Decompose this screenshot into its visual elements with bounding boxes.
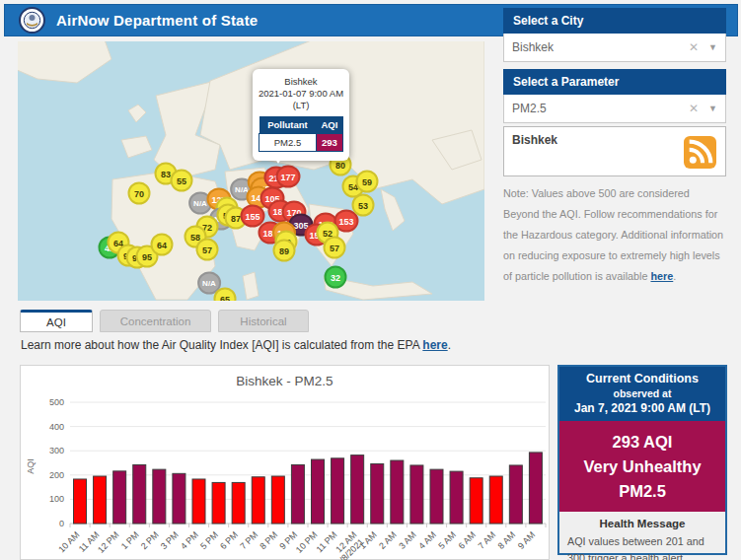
map-popup: Bishkek 2021-01-07 9:00 AM (LT) Pollutan…	[253, 69, 349, 161]
rss-icon[interactable]	[684, 136, 716, 169]
select-city-panel: Select a City Bishkek ✕ ▼	[503, 8, 726, 62]
select-city-header: Select a City	[503, 8, 726, 34]
svg-text:2 PM: 2 PM	[139, 529, 161, 551]
popup-col-aqi: AQI	[316, 116, 342, 134]
svg-text:AQI: AQI	[26, 458, 36, 474]
learn-more-prefix: Learn more about how the Air Quality Ind…	[21, 338, 422, 352]
aqi-chart-panel: Bishkek - PM2.5 0100200300400500AQI10 AM…	[20, 365, 550, 560]
popup-datetime: 2021-01-07 9:00 AM	[258, 88, 344, 100]
popup-timezone: (LT)	[258, 100, 344, 111]
city-dropdown-caret-icon[interactable]: ▼	[708, 42, 717, 52]
aqi-map-marker[interactable]: 32	[325, 266, 347, 289]
view-tabs: AQI Concentration Historical	[20, 310, 309, 332]
svg-text:8 AM: 8 AM	[496, 529, 518, 551]
aqi-map-marker[interactable]: 64	[151, 234, 174, 256]
svg-text:200: 200	[49, 470, 64, 480]
current-conditions-header: Current Conditions observed at Jan 7, 20…	[559, 367, 725, 421]
city-clear-icon[interactable]: ✕	[689, 40, 699, 54]
svg-text:2 AM: 2 AM	[377, 529, 399, 551]
parameter-clear-icon[interactable]: ✕	[689, 102, 699, 115]
tab-aqi[interactable]: AQI	[20, 310, 93, 332]
cc-health-title: Health Message	[567, 518, 717, 529]
svg-text:400: 400	[49, 422, 64, 432]
note-text: Note: Values above 500 are considered Be…	[503, 187, 723, 282]
note-here-link[interactable]: here	[650, 270, 673, 282]
app-title: AirNow Department of State	[56, 12, 258, 29]
cc-datetime: Jan 7, 2021 9:00 AM (LT)	[561, 401, 723, 415]
cc-observed-label: observed at	[561, 387, 723, 399]
svg-text:10 PM: 10 PM	[294, 529, 319, 554]
beyond-aqi-note: Note: Values above 500 are considered Be…	[503, 183, 728, 287]
svg-text:500: 500	[49, 397, 64, 407]
svg-text:11 PM: 11 PM	[315, 529, 339, 554]
popup-aqi-table: Pollutant AQI PM2.5 293	[259, 116, 343, 152]
select-parameter-header: Select a Parameter	[503, 69, 726, 95]
svg-text:5 AM: 5 AM	[436, 529, 458, 551]
learn-more-suffix: .	[448, 338, 451, 352]
svg-text:4 AM: 4 AM	[416, 529, 438, 551]
rss-feed-box: Bishkek	[503, 126, 726, 176]
cc-aqi-block: 293 AQI Very Unhealthy PM2.5	[559, 421, 725, 512]
popup-pollutant-value: PM2.5	[259, 133, 317, 151]
cc-title: Current Conditions	[561, 372, 723, 385]
svg-text:6 AM: 6 AM	[457, 529, 479, 551]
svg-text:7 PM: 7 PM	[238, 529, 259, 551]
tab-concentration[interactable]: Concentration	[100, 310, 211, 332]
aqi-map-marker[interactable]: 89	[273, 240, 296, 262]
aqi-map-marker[interactable]: 59	[356, 171, 379, 193]
svg-text:4 PM: 4 PM	[179, 529, 200, 551]
svg-text:3 AM: 3 AM	[397, 529, 418, 551]
parameter-select[interactable]: PM2.5 ✕ ▼	[503, 95, 726, 123]
aqi-map-marker[interactable]: 70	[128, 182, 151, 205]
svg-text:8 PM: 8 PM	[258, 529, 279, 551]
svg-text:1 PM: 1 PM	[119, 529, 141, 551]
aqi-map-marker[interactable]: 57	[196, 239, 219, 261]
learn-more-text: Learn more about how the Air Quality Ind…	[21, 338, 451, 352]
popup-col-pollutant: Pollutant	[259, 116, 317, 134]
aqi-map-marker[interactable]: 53	[352, 194, 375, 217]
epa-here-link[interactable]: here	[422, 338, 447, 352]
cc-health-message: AQI values between 201 and 300 trigger a…	[567, 533, 717, 560]
svg-text:1 AM: 1 AM	[357, 529, 379, 551]
aqi-bar-chart[interactable]: 0100200300400500AQI10 AM11 AM12 PM1 PM2 …	[21, 389, 549, 560]
city-select-value: Bishkek	[512, 40, 689, 54]
popup-city: Bishkek	[258, 76, 344, 88]
cc-pollutant: PM2.5	[561, 479, 723, 504]
svg-text:3 PM: 3 PM	[159, 529, 181, 551]
svg-text:300: 300	[49, 446, 64, 455]
aqi-map-marker[interactable]: 55	[171, 170, 193, 192]
parameter-select-value: PM2.5	[512, 102, 689, 115]
svg-text:0: 0	[59, 519, 64, 528]
select-parameter-panel: Select a Parameter PM2.5 ✕ ▼	[503, 69, 726, 123]
cc-aqi-value: 293 AQI	[561, 430, 723, 455]
popup-aqi-value: 293	[316, 133, 342, 151]
current-conditions-panel: Current Conditions observed at Jan 7, 20…	[557, 365, 727, 555]
cc-health-block: Health Message AQI values between 201 an…	[559, 512, 725, 560]
aqi-world-map[interactable]: 835570N/AN/A12789N/A53877258574264949195…	[18, 41, 484, 301]
parameter-dropdown-caret-icon[interactable]: ▼	[708, 104, 717, 113]
aqi-map-marker[interactable]: 57	[324, 237, 346, 259]
svg-text:100: 100	[49, 494, 64, 504]
svg-text:5 PM: 5 PM	[198, 529, 220, 551]
tab-historical[interactable]: Historical	[218, 310, 309, 332]
svg-text:10 AM: 10 AM	[56, 529, 81, 554]
state-department-seal-icon	[19, 7, 45, 34]
svg-text:7 AM: 7 AM	[477, 529, 498, 551]
svg-text:6 PM: 6 PM	[218, 529, 240, 551]
city-select[interactable]: Bishkek ✕ ▼	[503, 34, 726, 62]
svg-text:9 AM: 9 AM	[516, 529, 538, 551]
cc-aqi-category: Very Unhealthy	[561, 455, 723, 479]
svg-text:12 PM: 12 PM	[96, 529, 120, 554]
note-suffix: .	[673, 270, 676, 282]
chart-title: Bishkek - PM2.5	[21, 374, 549, 388]
map-landmass	[18, 41, 484, 301]
